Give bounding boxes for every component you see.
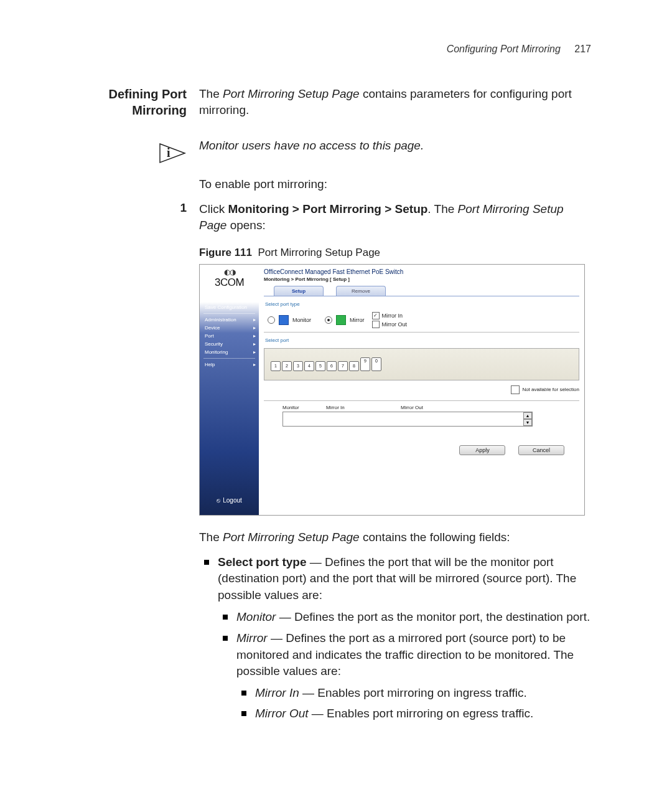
checkbox-mirror-in[interactable] xyxy=(372,312,380,319)
port-8[interactable]: 8 xyxy=(349,361,359,371)
field-name: Select port type xyxy=(218,555,307,569)
label-monitor: Monitor xyxy=(292,317,311,323)
label-mirror-out: Mirror Out xyxy=(382,321,408,328)
app-main: OfficeConnect Managed Fast Ethernet PoE … xyxy=(259,265,584,515)
port-5[interactable]: 5 xyxy=(315,361,325,371)
figure-caption: Figure 111 Port Mirroring Setup Page xyxy=(199,247,591,259)
label-mirror-in: Mirror In xyxy=(382,313,403,319)
sidebar-item-security[interactable]: Security▸ xyxy=(200,340,259,348)
action-row: Apply Cancel xyxy=(264,445,579,455)
port-4[interactable]: 4 xyxy=(304,361,314,371)
legend-not-available: Not available for selection xyxy=(264,385,579,394)
apply-button[interactable]: Apply xyxy=(459,445,505,455)
swatch-mirror-icon xyxy=(336,315,346,325)
heading-line2: Mirroring xyxy=(132,103,187,117)
tab-setup[interactable]: Setup xyxy=(274,286,324,296)
port-7[interactable]: 7 xyxy=(338,361,348,371)
field-mirror-out: Mirror Out — Enables port mirroring on e… xyxy=(236,706,591,722)
fields-intro-pagename: Port Mirroring Setup Page xyxy=(223,531,360,544)
enable-text: To enable port mirroring: xyxy=(199,176,591,192)
radio-mirror[interactable] xyxy=(325,316,332,324)
logout-button[interactable]: ⎋Logout xyxy=(200,497,259,504)
step-nav-path: Monitoring > Port Mirroring > Setup xyxy=(228,202,427,215)
running-header: Configuring Port Mirroring 217 xyxy=(0,44,591,55)
mapping-columns-header: Monitor Mirror In Mirror Out xyxy=(264,405,579,410)
label-select-port-type: Select port type xyxy=(265,301,579,307)
label-mirror: Mirror xyxy=(350,317,365,323)
swatch-monitor-icon xyxy=(279,315,289,325)
brand-logo: ◐◑ 3COM xyxy=(200,265,259,289)
note-text: Monitor users have no access to this pag… xyxy=(199,139,591,168)
chevron-right-icon: ▸ xyxy=(253,341,256,347)
field-select-port-type: Select port type — Defines the port that… xyxy=(199,554,591,722)
fields-intro: The Port Mirroring Setup Page contains t… xyxy=(199,529,591,545)
sidebar-item-device[interactable]: Device▸ xyxy=(200,324,259,332)
port-grid: 1 2 3 4 5 6 7 8 9 0 xyxy=(271,357,572,371)
heading-line1: Defining Port xyxy=(108,87,187,101)
col-mirror-out: Mirror Out xyxy=(401,405,475,410)
info-triangle-icon: i xyxy=(158,139,187,168)
port-6[interactable]: 6 xyxy=(327,361,337,371)
port-10[interactable]: 0 xyxy=(371,357,381,371)
app-sidebar: ◐◑ 3COM Device Summary Save Configuratio… xyxy=(200,265,259,515)
logo-icon: ◐◑ xyxy=(200,268,259,276)
figure-title: Port Mirroring Setup Page xyxy=(258,247,381,258)
radio-monitor[interactable] xyxy=(268,316,275,324)
sidebar-nav: Device Summary Save Configuration Admini… xyxy=(200,295,259,369)
tab-bar: Setup Remove xyxy=(264,286,579,296)
label-select-port: Select port xyxy=(265,337,579,343)
port-9[interactable]: 9 xyxy=(360,357,370,371)
subsubfield-name: Mirror In xyxy=(255,686,299,699)
step-number: 1 xyxy=(0,201,199,233)
cancel-button[interactable]: Cancel xyxy=(518,445,564,455)
section-heading: Defining Port Mirroring xyxy=(0,86,187,118)
figure-number: Figure 111 xyxy=(199,247,252,258)
sidebar-item-device-summary[interactable]: Device Summary xyxy=(200,295,259,303)
listbox-scrollbar[interactable]: ▲ ▼ xyxy=(523,412,532,426)
field-monitor: Monitor — Defines the port as the monito… xyxy=(218,609,591,626)
breadcrumb: Monitoring > Port Mirroring [ Setup ] xyxy=(264,276,579,282)
subfield-name: Monitor xyxy=(236,610,276,623)
chevron-right-icon: ▸ xyxy=(253,325,256,331)
step-body: Click Monitoring > Port Mirroring > Setu… xyxy=(199,201,591,233)
chevron-right-icon: ▸ xyxy=(253,349,256,355)
port-type-row: Monitor Mirror Mirror In Mirror Out xyxy=(264,309,579,333)
port-1[interactable]: 1 xyxy=(271,361,281,371)
logo-text: 3COM xyxy=(200,276,259,289)
page-number: 217 xyxy=(574,44,591,54)
intro-paragraph: The Port Mirroring Setup Page contains p… xyxy=(199,86,591,118)
tab-remove[interactable]: Remove xyxy=(336,286,386,296)
col-mirror-in: Mirror In xyxy=(326,405,401,410)
product-title: OfficeConnect Managed Fast Ethernet PoE … xyxy=(264,268,579,275)
subfield-name: Mirror xyxy=(236,631,268,644)
chevron-right-icon: ▸ xyxy=(253,317,256,323)
running-section: Configuring Port Mirroring xyxy=(447,44,561,54)
sidebar-item-port[interactable]: Port▸ xyxy=(200,332,259,340)
field-mirror-in: Mirror In — Enables port mirroring on in… xyxy=(236,685,591,702)
port-selection-panel: 1 2 3 4 5 6 7 8 9 0 xyxy=(264,348,579,380)
legend-box-icon xyxy=(511,385,520,394)
scroll-up-icon[interactable]: ▲ xyxy=(523,412,532,419)
svg-text:i: i xyxy=(167,146,170,159)
sidebar-item-monitoring[interactable]: Monitoring▸ xyxy=(200,348,259,356)
chevron-right-icon: ▸ xyxy=(253,362,256,367)
port-3[interactable]: 3 xyxy=(293,361,303,371)
field-mirror: Mirror — Defines the port as a mirrored … xyxy=(218,630,591,722)
scroll-down-icon[interactable]: ▼ xyxy=(523,419,532,426)
sidebar-item-help[interactable]: Help▸ xyxy=(200,361,259,369)
intro-pagename: Port Mirroring Setup Page xyxy=(223,87,360,100)
logout-icon: ⎋ xyxy=(217,497,220,504)
subsubfield-name: Mirror Out xyxy=(255,707,309,720)
col-monitor: Monitor xyxy=(282,405,326,410)
sidebar-item-save-configuration[interactable]: Save Configuration xyxy=(200,303,259,311)
sidebar-item-administration[interactable]: Administration▸ xyxy=(200,316,259,324)
chevron-right-icon: ▸ xyxy=(253,333,256,339)
svg-marker-0 xyxy=(160,144,185,163)
port-2[interactable]: 2 xyxy=(282,361,292,371)
mapping-listbox[interactable]: ▲ ▼ xyxy=(282,412,533,427)
checkbox-mirror-out[interactable] xyxy=(372,321,380,328)
screenshot-figure: ◐◑ 3COM Device Summary Save Configuratio… xyxy=(199,264,585,516)
